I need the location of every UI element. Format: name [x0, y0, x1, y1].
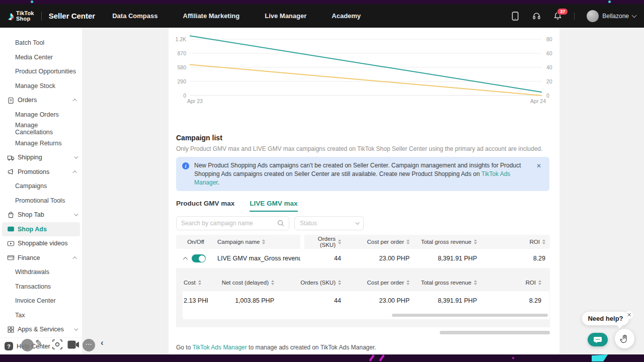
frame-decor — [512, 357, 514, 359]
col-orders-sku[interactable]: Orders (SKU) — [304, 235, 341, 249]
col-cost-per-order[interactable]: Cost per order — [341, 235, 410, 249]
divider — [574, 13, 575, 20]
sidebar-item-promotions[interactable]: Promotions — [0, 165, 82, 179]
sidebar-item-manage-orders[interactable]: Manage Orders — [0, 108, 82, 122]
tiktok-shop-logo[interactable]: ♪ TikTokShop — [8, 10, 34, 22]
svg-text:0: 0 — [546, 93, 549, 99]
mobile-app-icon[interactable] — [511, 12, 520, 21]
sidebar-item-label: Tax — [15, 312, 25, 319]
tab-product-gmv-max[interactable]: Product GMV max — [176, 200, 234, 212]
video-frame-top — [0, 0, 644, 4]
sidebar-item-shop-ads[interactable]: ADShop Ads — [2, 222, 80, 237]
raise-hand-button[interactable] — [615, 329, 634, 348]
top-navbar: ♪ TikTokShop Seller Center Data CompassA… — [0, 4, 644, 28]
clipboard-icon — [7, 96, 15, 104]
svg-text:60: 60 — [546, 50, 552, 56]
sidebar-item-invoice-center[interactable]: Invoice Center — [0, 294, 82, 308]
collapse-toolbar-icon[interactable]: ‹ — [101, 338, 104, 348]
sidebar-item-label: Withdrawals — [15, 268, 49, 276]
sidebar-item-transactions[interactable]: Transactions — [0, 280, 82, 294]
need-help-bubble: Need help? — [582, 312, 629, 325]
svg-text:1.2K: 1.2K — [175, 36, 186, 42]
col-total-gross-revenue[interactable]: Total gross revenue — [410, 235, 477, 249]
notification-bell-icon[interactable]: 37 — [553, 12, 562, 21]
sidebar-item-finance[interactable]: Finance — [0, 251, 82, 265]
campaign-table: On/Off Campaign name Orders (SKU) Cost p… — [176, 235, 550, 268]
subcol-roi[interactable]: ROI — [477, 274, 545, 291]
grid-icon — [7, 325, 15, 333]
sidebar-item-promotional-tools[interactable]: Promotional Tools — [0, 194, 82, 208]
support-headset-icon[interactable] — [532, 12, 541, 21]
seller-center-title[interactable]: Seller Center — [49, 12, 96, 20]
sidebar-list: Batch ToolMedia CenterProduct Opportunit… — [0, 28, 82, 337]
sidebar-item-product-opportunities[interactable]: Product Opportunities — [0, 64, 82, 79]
campaign-name-cell[interactable]: LIVE GMV max_Gross revenue_... — [215, 255, 300, 262]
sidebar-item-shop-tab[interactable]: Shop Tab — [0, 208, 82, 222]
sidebar-item-manage-cancellations[interactable]: Manage Cancellations — [0, 122, 82, 136]
col-roi[interactable]: ROI — [477, 235, 550, 249]
outer-horizontal-scrollbar[interactable] — [440, 331, 550, 334]
status-select[interactable]: Status — [294, 216, 364, 230]
user-menu[interactable]: Bellazone — [587, 10, 636, 22]
help-icon: ? — [5, 342, 13, 350]
sidebar-item-media-center[interactable]: Media Center — [0, 50, 82, 65]
banner-close-icon[interactable]: ✕ — [534, 161, 543, 170]
pen-icon[interactable]: ✎ — [35, 338, 42, 348]
sidebar-item-tax[interactable]: Tax — [0, 308, 82, 323]
sidebar-item-label: Finance — [18, 254, 40, 261]
subcol-net-cost[interactable]: Net cost (delayed) — [208, 274, 274, 291]
camera-icon[interactable] — [67, 340, 79, 351]
sidebar-item-apps-services[interactable]: Apps & Services — [0, 322, 82, 337]
chat-support-button[interactable] — [588, 333, 608, 346]
sidebar-item-label: Manage Stock — [15, 82, 55, 89]
revenue-cell: 8,391.91 PHP — [410, 297, 477, 304]
campaign-toggle-on[interactable] — [192, 254, 206, 262]
sort-icon[interactable] — [198, 280, 201, 285]
nav-item-live-manager[interactable]: Live Manager — [265, 12, 306, 20]
chevron-down-icon — [74, 327, 78, 331]
chevron-down-icon — [632, 13, 637, 18]
subcol-orders[interactable]: Orders (SKU) — [274, 274, 341, 291]
sidebar-item-campaigns[interactable]: Campaigns — [0, 179, 82, 194]
sidebar-item-withdrawals[interactable]: Withdrawals — [0, 265, 82, 280]
subcol-revenue[interactable]: Total gross revenue — [410, 274, 477, 291]
collapse-row-icon[interactable] — [183, 257, 188, 262]
subcol-cost-per-order[interactable]: Cost per order — [341, 274, 410, 291]
campaign-search[interactable] — [176, 216, 289, 230]
inner-horizontal-scrollbar[interactable] — [392, 314, 548, 317]
nav-item-affiliate-marketing[interactable]: Affiliate Marketing — [183, 12, 240, 20]
nav-item-data-compass[interactable]: Data Compass — [112, 12, 157, 20]
svg-text:580: 580 — [177, 64, 186, 70]
tab-live-gmv-max[interactable]: LIVE GMV max — [250, 200, 297, 212]
sidebar-item-shipping[interactable]: Shipping — [0, 150, 82, 165]
sidebar-item-manage-stock[interactable]: Manage Stock — [0, 79, 82, 94]
sort-icon[interactable] — [542, 239, 545, 244]
footer-ads-manager-link[interactable]: TikTok Ads Manager — [192, 344, 247, 351]
hand-icon — [620, 334, 630, 344]
overlay-control-button[interactable] — [21, 339, 34, 351]
sort-icon[interactable] — [262, 239, 265, 244]
search-input[interactable] — [181, 220, 277, 227]
orders-cell: 44 — [274, 297, 341, 304]
chevron-up-icon — [72, 256, 76, 260]
app-body: Batch ToolMedia CenterProduct Opportunit… — [0, 28, 644, 354]
table-row: LIVE GMV max_Gross revenue_... 44 23.00 … — [176, 249, 550, 268]
chevron-down-icon — [355, 221, 359, 225]
sidebar-item-label: Manage Orders — [15, 111, 59, 118]
svg-text:20: 20 — [546, 78, 552, 84]
subcol-cost[interactable]: Cost — [183, 274, 208, 291]
need-help-close-icon[interactable]: ✕ — [625, 311, 633, 319]
frame-dot — [31, 1, 33, 3]
screenshot-icon[interactable] — [52, 339, 63, 352]
svg-text:40: 40 — [546, 64, 552, 70]
sidebar-item-orders[interactable]: Orders — [0, 93, 82, 108]
sidebar-item-manage-returns[interactable]: Manage Returns — [0, 136, 82, 151]
sidebar-item-batch-tool[interactable]: Batch Tool — [0, 36, 82, 50]
yellow-series — [190, 64, 542, 96]
col-campaign-name[interactable]: Campaign name — [215, 235, 300, 249]
more-options-icon[interactable]: ⋯ — [83, 339, 95, 351]
info-banner: i New Product Shopping Ads campaigns can… — [176, 157, 549, 191]
nav-item-academy[interactable]: Academy — [332, 12, 361, 20]
sort-icon[interactable] — [538, 280, 541, 285]
sidebar-item-shoppable-videos[interactable]: Shoppable videos — [0, 236, 82, 251]
